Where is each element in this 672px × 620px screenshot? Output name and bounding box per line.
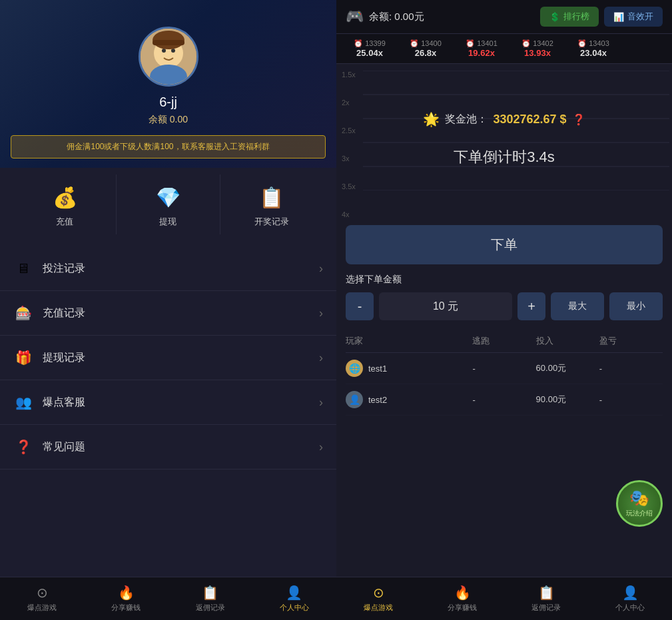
left-nav-profile-icon: 👤 <box>286 585 302 601</box>
invest-1: 90.00元 <box>536 394 599 406</box>
menu-item-faq[interactable]: ❓ 常见问题 › <box>0 425 336 469</box>
action-recharge[interactable]: 💰 充值 <box>13 174 117 234</box>
sound-icon: 📊 <box>613 12 624 22</box>
left-nav-share-icon: 🔥 <box>118 585 135 601</box>
svg-point-4 <box>171 49 175 53</box>
game-area: 4x 3.5x 3x 2.5x 2x 1.5x 🌟 奖金池： 3302 <box>336 64 672 225</box>
right-panel: 🎮 余额: 0.00元 💲 排行榜 📊 音效开 ⏰ 13399 25.04x ⏰… <box>336 0 672 620</box>
right-nav-profile[interactable]: 👤 个人中心 <box>588 577 672 620</box>
right-nav-profile-label: 个人中心 <box>615 603 645 613</box>
amount-controls: - + 最大 最小 <box>346 292 663 320</box>
player-cell-0: 🌐 test1 <box>346 360 472 377</box>
withdraw-icon: 💎 <box>152 181 184 213</box>
player-name-0: test1 <box>368 364 387 374</box>
th-escape: 逃跑 <box>472 335 535 347</box>
prize-help-icon[interactable]: ❓ <box>572 113 585 125</box>
th-profit: 盈亏 <box>599 335 663 347</box>
prize-icon: 🌟 <box>423 111 440 127</box>
menu-item-withdraw-records[interactable]: 🎁 提现记录 › <box>0 336 336 380</box>
right-nav-commission[interactable]: 📋 返佣记录 <box>504 577 588 620</box>
customer-service-icon: 👥 <box>13 392 33 412</box>
prize-label: 奖金池： <box>445 112 488 126</box>
withdraw-label: 提现 <box>159 216 176 228</box>
faq-icon: ❓ <box>13 437 33 457</box>
amount-input[interactable] <box>379 292 512 320</box>
max-button[interactable]: 最大 <box>551 292 604 320</box>
history-bar: ⏰ 13399 25.04x ⏰ 13400 26.8x ⏰ 13401 19.… <box>336 34 672 64</box>
actions-row: 💰 充值 💎 提现 📋 开奖记录 <box>0 168 336 241</box>
recharge-records-label: 充值记录 <box>43 306 319 320</box>
amount-section: 选择下单金额 - + 最大 最小 <box>336 274 672 330</box>
right-nav-games-label: 爆点游戏 <box>364 603 393 613</box>
svg-rect-6 <box>153 40 184 45</box>
left-nav-profile[interactable]: 👤 个人中心 <box>252 577 336 620</box>
right-header: 🎮 余额: 0.00元 💲 排行榜 📊 音效开 <box>336 0 672 34</box>
ranking-button[interactable]: 💲 排行榜 <box>540 7 599 27</box>
customer-service-arrow: › <box>319 396 323 410</box>
hist-mult-0: 25.04x <box>356 48 383 58</box>
customer-service-label: 爆点客服 <box>43 396 319 410</box>
lottery-icon: 📋 <box>256 181 288 213</box>
min-button[interactable]: 最小 <box>609 292 663 320</box>
prize-amount: 3302762.67 $ <box>493 112 566 126</box>
profit-1: - <box>599 395 663 405</box>
withdraw-records-label: 提现记录 <box>43 351 319 365</box>
history-item-3: ⏰ 13402 13.93x <box>511 38 564 59</box>
avatar-image <box>139 27 198 87</box>
left-bottom-nav: ⊙ 爆点游戏 🔥 分享赚钱 📋 返佣记录 👤 个人中心 <box>0 577 336 620</box>
menu-item-bet-records[interactable]: 🖥 投注记录 › <box>0 246 336 291</box>
countdown-text: 下单倒计时3.4s <box>423 147 585 167</box>
place-order-button[interactable]: 下单 <box>346 225 663 264</box>
lottery-label: 开奖记录 <box>254 216 289 228</box>
history-item-1: ⏰ 13400 26.8x <box>399 38 452 59</box>
right-nav-commission-label: 返佣记录 <box>531 603 561 613</box>
left-nav-games-icon: ⊙ <box>37 585 48 601</box>
minus-button[interactable]: - <box>346 292 374 320</box>
avatar <box>139 27 198 87</box>
right-nav-share-label: 分享赚钱 <box>448 603 477 613</box>
prize-pool-row: 🌟 奖金池： 3302762.67 $ ❓ <box>423 111 585 127</box>
player-avatar-0: 🌐 <box>346 360 363 377</box>
menu-item-recharge-records[interactable]: 🎰 充值记录 › <box>0 291 336 336</box>
game-intro-icon: 🎭 <box>629 489 649 507</box>
sound-label: 音效开 <box>627 11 653 23</box>
invest-0: 60.00元 <box>536 362 599 374</box>
table-row-0: 🌐 test1 - 60.00元 - <box>346 353 663 384</box>
sound-button[interactable]: 📊 音效开 <box>604 7 663 27</box>
faq-label: 常见问题 <box>43 440 319 454</box>
menu-list: 🖥 投注记录 › 🎰 充值记录 › 🎁 提现记录 › 👥 爆点客服 › ❓ 常见… <box>0 241 336 577</box>
recharge-icon: 💰 <box>49 181 81 213</box>
action-lottery[interactable]: 📋 开奖记录 <box>220 174 323 234</box>
plus-button[interactable]: + <box>517 292 545 320</box>
hist-id-3: ⏰ 13402 <box>521 39 553 48</box>
right-nav-share[interactable]: 🔥 分享赚钱 <box>420 577 504 620</box>
left-panel: 6-jj 余额 0.00 佣金满100或者下级人数满100，联系客服进入工资福利… <box>0 0 336 620</box>
hist-id-1: ⏰ 13400 <box>410 39 442 48</box>
table-header: 玩家 逃跑 投入 盈亏 <box>346 330 663 353</box>
left-nav-games[interactable]: ⊙ 爆点游戏 <box>0 577 84 620</box>
menu-item-customer-service[interactable]: 👥 爆点客服 › <box>0 380 336 425</box>
recharge-records-arrow: › <box>319 306 323 320</box>
action-withdraw[interactable]: 💎 提现 <box>117 174 220 234</box>
right-balance: 余额: 0.00元 <box>369 11 535 23</box>
right-nav-share-icon: 🔥 <box>454 585 471 601</box>
left-nav-commission[interactable]: 📋 返佣记录 <box>168 577 252 620</box>
game-intro-label: 玩法介绍 <box>626 509 653 518</box>
ranking-icon: 💲 <box>549 12 560 22</box>
left-nav-share[interactable]: 🔥 分享赚钱 <box>84 577 168 620</box>
profit-0: - <box>599 364 663 374</box>
left-nav-profile-label: 个人中心 <box>280 603 309 613</box>
left-nav-commission-icon: 📋 <box>202 585 218 601</box>
left-nav-games-label: 爆点游戏 <box>27 603 57 613</box>
hist-mult-2: 19.62x <box>468 48 495 58</box>
game-intro-button[interactable]: 🎭 玩法介绍 <box>616 480 663 527</box>
hist-id-0: ⏰ 13399 <box>354 39 386 48</box>
left-nav-commission-label: 返佣记录 <box>196 603 225 613</box>
player-avatar-1: 👤 <box>346 391 363 408</box>
y-axis: 4x 3.5x 3x 2.5x 2x 1.5x <box>342 71 356 225</box>
svg-point-3 <box>162 49 166 53</box>
hist-mult-4: 23.04x <box>580 48 607 58</box>
player-name-1: test2 <box>368 395 387 405</box>
right-nav-games[interactable]: ⊙ 爆点游戏 <box>336 577 420 620</box>
ranking-label: 排行榜 <box>563 11 589 23</box>
